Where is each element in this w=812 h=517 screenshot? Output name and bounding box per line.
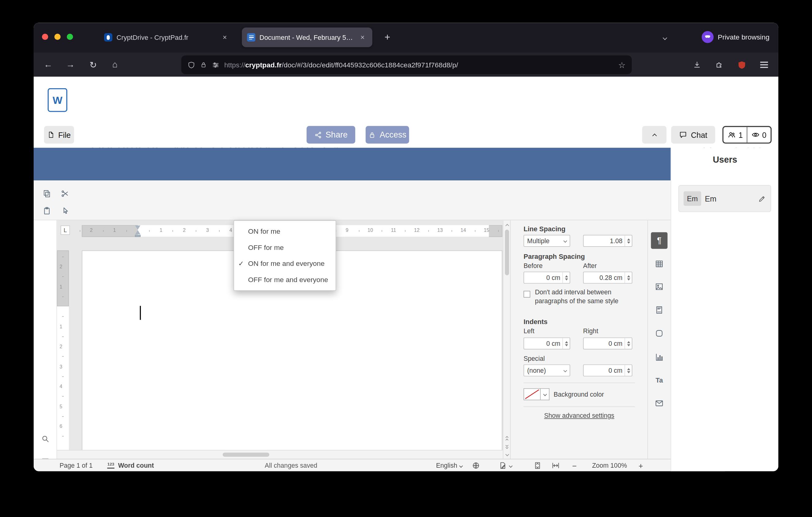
line-spacing-amount-spinner[interactable]: 1.08 bbox=[583, 235, 632, 247]
decrement-icon[interactable] bbox=[627, 371, 630, 373]
tab-document-active[interactable]: Document - Wed, February 5, 2025 × bbox=[242, 28, 372, 47]
zoom-level[interactable]: Zoom 100% bbox=[584, 459, 635, 471]
menu-button[interactable] bbox=[756, 57, 772, 73]
paste-button[interactable] bbox=[40, 204, 53, 217]
back-button[interactable]: ← bbox=[40, 57, 56, 73]
increment-icon[interactable] bbox=[627, 275, 630, 277]
collapse-toolbar-button[interactable] bbox=[642, 126, 667, 144]
macos-zoom-button[interactable] bbox=[67, 34, 73, 40]
horizontal-scrollbar[interactable] bbox=[57, 450, 503, 459]
reload-button[interactable]: ↻ bbox=[85, 57, 101, 73]
fit-width-button[interactable] bbox=[552, 459, 560, 471]
shape-settings-tab[interactable] bbox=[651, 325, 668, 342]
file-menu-button[interactable]: File bbox=[44, 126, 74, 144]
spacing-before-spinner[interactable]: 0 cm bbox=[523, 272, 570, 283]
new-tab-button[interactable]: + bbox=[380, 29, 395, 45]
language-selector[interactable]: English bbox=[436, 459, 462, 471]
vertical-ruler[interactable]: 21123456 bbox=[57, 237, 69, 450]
copy-button[interactable] bbox=[40, 187, 53, 200]
chevron-down-icon bbox=[663, 35, 667, 40]
extensions-button[interactable] bbox=[712, 57, 727, 73]
paragraph-settings-tab[interactable]: ¶ bbox=[651, 232, 668, 249]
increment-icon[interactable] bbox=[565, 341, 568, 343]
macos-minimize-button[interactable] bbox=[55, 34, 61, 40]
spellcheck-language-button[interactable] bbox=[472, 459, 480, 471]
increment-icon[interactable] bbox=[627, 238, 630, 240]
connection-lock-icon[interactable] bbox=[200, 61, 207, 69]
close-tab-icon[interactable]: × bbox=[220, 33, 229, 42]
scrollbar-thumb[interactable] bbox=[223, 453, 269, 457]
access-button[interactable]: Access bbox=[366, 126, 409, 144]
first-line-indent-marker[interactable] bbox=[135, 225, 140, 230]
ublock-icon[interactable] bbox=[734, 57, 749, 73]
indent-left-spinner[interactable]: 0 cm bbox=[523, 337, 570, 350]
decrement-icon[interactable] bbox=[627, 344, 630, 346]
image-settings-tab[interactable] bbox=[651, 278, 668, 295]
menu-item-off-for-me[interactable]: OFF for me bbox=[234, 240, 336, 255]
decrement-icon[interactable] bbox=[627, 241, 630, 244]
vertical-scrollbar[interactable] bbox=[503, 220, 510, 459]
page-indicator[interactable]: Page 1 of 1 bbox=[60, 459, 93, 471]
downloads-button[interactable] bbox=[689, 57, 705, 73]
permissions-icon[interactable] bbox=[212, 61, 220, 69]
spacing-after-spinner[interactable]: 0.28 cm bbox=[583, 272, 632, 283]
find-button[interactable] bbox=[37, 431, 53, 446]
hanging-indent-marker[interactable] bbox=[135, 230, 140, 235]
edit-name-pencil-icon[interactable] bbox=[758, 195, 766, 202]
participants-control[interactable]: 1 0 bbox=[722, 126, 772, 144]
chart-settings-tab[interactable] bbox=[651, 349, 668, 365]
viewers-segment[interactable]: 0 bbox=[747, 127, 771, 143]
bookmark-star-icon[interactable]: ☆ bbox=[618, 60, 626, 70]
next-page-button[interactable] bbox=[503, 442, 510, 450]
menu-item-off-for-everyone[interactable]: OFF for me and everyone bbox=[234, 272, 336, 288]
increment-icon[interactable] bbox=[627, 341, 630, 343]
text-art-settings-tab[interactable]: Ta bbox=[651, 372, 668, 388]
menu-item-on-for-me[interactable]: ON for me bbox=[234, 224, 336, 240]
zoom-out-button[interactable]: − bbox=[572, 459, 577, 471]
background-color-swatch[interactable] bbox=[523, 388, 541, 400]
special-indent-spinner[interactable]: 0 cm bbox=[583, 364, 632, 376]
fit-page-button[interactable] bbox=[533, 459, 542, 471]
scroll-up-arrow[interactable] bbox=[503, 221, 510, 229]
decrement-icon[interactable] bbox=[565, 278, 568, 280]
track-changes-status-button[interactable] bbox=[499, 459, 512, 471]
forward-button[interactable]: → bbox=[63, 57, 78, 73]
line-spacing-select[interactable]: Multiple bbox=[523, 235, 570, 247]
zoom-in-button[interactable]: + bbox=[639, 459, 643, 471]
indent-right-spinner[interactable]: 0 cm bbox=[583, 337, 632, 350]
word-count-button[interactable]: 123 Word count bbox=[106, 459, 154, 471]
decrement-icon[interactable] bbox=[565, 344, 568, 346]
mail-merge-tab[interactable] bbox=[651, 395, 668, 412]
interval-checkbox[interactable] bbox=[523, 291, 530, 298]
image-icon bbox=[655, 282, 664, 291]
home-button[interactable]: ⌂ bbox=[107, 57, 123, 73]
table-settings-tab[interactable] bbox=[651, 255, 668, 272]
cut-button[interactable] bbox=[58, 187, 71, 200]
user-card[interactable]: Em Em bbox=[678, 185, 771, 212]
spinner-value: 0 cm bbox=[584, 340, 625, 347]
scrollbar-thumb[interactable] bbox=[505, 230, 509, 275]
menu-item-on-for-everyone[interactable]: ✓ ON for me and everyone bbox=[234, 255, 336, 271]
increment-icon[interactable] bbox=[627, 368, 630, 370]
previous-page-button[interactable] bbox=[503, 434, 510, 442]
select-value: Multiple bbox=[524, 237, 564, 244]
tracking-shield-icon[interactable] bbox=[187, 61, 195, 69]
decrement-icon[interactable] bbox=[627, 278, 630, 280]
url-bar[interactable]: https:// cryptpad.fr /doc/#/3/doc/edit/f… bbox=[181, 55, 632, 74]
tab-cryptdrive[interactable]: CryptDrive - CryptPad.fr × bbox=[99, 28, 234, 47]
share-button[interactable]: Share bbox=[307, 126, 355, 144]
advanced-settings-link[interactable]: Show advanced settings bbox=[511, 412, 648, 419]
select-all-button[interactable] bbox=[58, 204, 71, 217]
increment-icon[interactable] bbox=[565, 275, 568, 277]
header-footer-settings-tab[interactable] bbox=[651, 302, 668, 318]
left-indent-marker[interactable] bbox=[135, 235, 141, 237]
editors-segment[interactable]: 1 bbox=[724, 127, 747, 143]
macos-close-button[interactable] bbox=[42, 34, 48, 40]
share-icon bbox=[314, 131, 322, 138]
special-indent-select[interactable]: (none) bbox=[523, 364, 570, 376]
scroll-down-arrow[interactable] bbox=[503, 451, 510, 459]
chat-button[interactable]: Chat bbox=[671, 126, 715, 144]
close-tab-icon[interactable]: × bbox=[358, 33, 367, 42]
background-color-dropdown[interactable] bbox=[541, 388, 550, 400]
list-all-tabs-button[interactable] bbox=[658, 32, 672, 44]
